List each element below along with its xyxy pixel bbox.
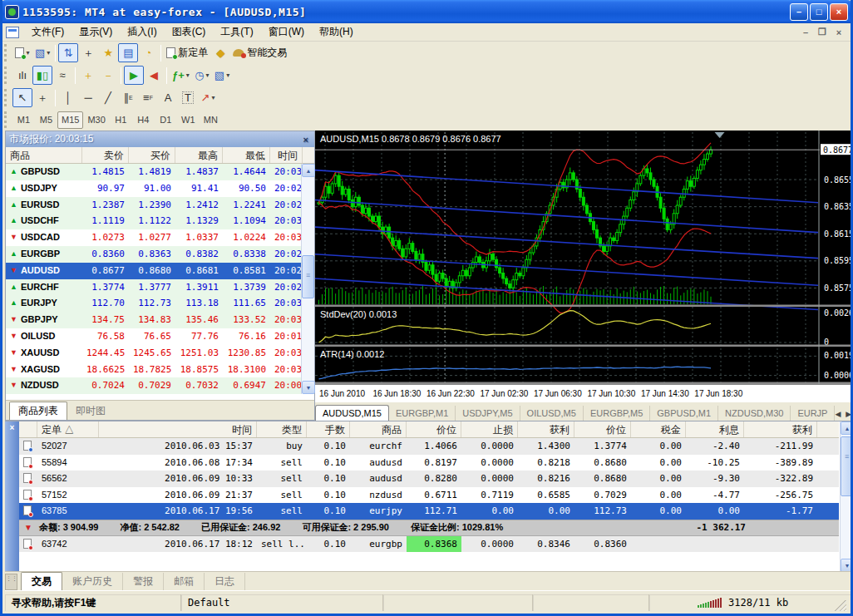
orders-column-5[interactable]: 价位 xyxy=(407,421,461,437)
resize-grip[interactable] xyxy=(835,599,846,611)
mw-column-header-3[interactable]: 最高 xyxy=(175,147,223,163)
orders-column-4[interactable]: 商品 xyxy=(350,421,407,437)
arrows-button[interactable]: ↗▾ xyxy=(198,88,218,107)
market-watch-row-USDCHF[interactable]: ▲USDCHF1.11191.11221.13291.109420:03 xyxy=(6,213,313,229)
terminal-tab-3[interactable]: 邮箱 xyxy=(164,573,205,590)
orders-column-1[interactable]: 时间 xyxy=(99,421,257,437)
menu-item-1[interactable]: 显示(V) xyxy=(71,22,120,42)
fibonacci-button[interactable]: ≡F xyxy=(138,88,158,107)
market-watch-row-OILUSD[interactable]: ▼OILUSD76.5876.6577.7676.1620:01 xyxy=(6,328,313,345)
toolbar-grip[interactable] xyxy=(4,44,10,62)
order-row-57152[interactable]: 571522010.06.09 21:37sell0.10nzdusd0.671… xyxy=(19,487,839,504)
orders-column-0[interactable]: 定单 △ xyxy=(37,421,99,437)
bar-chart-button[interactable]: ılı xyxy=(12,66,32,85)
templates-button[interactable]: ▧▾ xyxy=(212,66,232,85)
strategy-tester-button[interactable]: ◔ xyxy=(138,43,158,62)
toolbar-grip[interactable] xyxy=(4,89,10,107)
orders-column-6[interactable]: 止损 xyxy=(461,421,518,437)
channel-button[interactable]: ∥E xyxy=(118,88,138,107)
tab-next-icon[interactable]: ▶ xyxy=(846,410,851,418)
text-label-button[interactable]: T xyxy=(178,88,198,107)
market-watch-row-EURCHF[interactable]: ▲EURCHF1.37741.37771.39111.373920:02 xyxy=(6,279,313,296)
chart-tab-EURGBP-M1[interactable]: EURGBP,M1 xyxy=(389,406,456,421)
scroll-down-button[interactable]: ▼ xyxy=(841,559,853,572)
terminal-scrollbar[interactable]: ▲ ▼ xyxy=(840,421,853,572)
menu-item-5[interactable]: 窗口(W) xyxy=(261,22,312,42)
orders-column-2[interactable]: 类型 xyxy=(257,421,307,437)
zoom-out-button[interactable]: － xyxy=(98,66,118,85)
chart-tab-OILUSD-M5[interactable]: OILUSD,M5 xyxy=(520,406,584,421)
timeframe-M1[interactable]: M1 xyxy=(12,111,35,129)
mw-column-header-1[interactable]: 卖价 xyxy=(82,147,129,163)
chart-tab-EURJP[interactable]: EURJP xyxy=(791,406,835,421)
market-watch-row-XAGUSD[interactable]: ▼XAGUSD18.662518.782518.857518.310020:03 xyxy=(6,362,313,378)
mw-column-header-4[interactable]: 最低 xyxy=(223,147,270,163)
chart-shift-button[interactable]: ◀ xyxy=(144,66,164,85)
terminal-tab-0[interactable]: 交易 xyxy=(21,572,62,590)
orders-column-9[interactable]: 税金 xyxy=(631,421,686,437)
chart-tab-AUDUSD-M15[interactable]: AUDUSD,M15 xyxy=(315,405,389,421)
scroll-up-button[interactable]: ▲ xyxy=(302,164,315,177)
market-watch-row-EURUSD[interactable]: ▲EURUSD1.23871.23901.24121.224120:02 xyxy=(6,197,313,214)
chart-tab-USDJPY-M5[interactable]: USDJPY,M5 xyxy=(456,406,520,421)
orders-column-8[interactable]: 价位 xyxy=(574,421,631,437)
zoom-in-button[interactable]: ＋ xyxy=(78,66,98,85)
text-button[interactable]: A xyxy=(158,88,178,107)
market-watch-row-USDCAD[interactable]: ▼USDCAD1.02731.02771.03371.022420:03 xyxy=(6,229,313,246)
market-watch-row-NZDUSD[interactable]: ▼NZDUSD0.70240.70290.70320.694720:00 xyxy=(6,377,313,394)
market-watch-scrollbar[interactable]: ▲ ▼ xyxy=(301,164,314,394)
market-watch-row-GBPUSD[interactable]: ▲GBPUSD1.48151.48191.48371.464420:03 xyxy=(6,164,313,180)
child-restore-button[interactable]: ❐ xyxy=(814,25,831,40)
order-row-56562[interactable]: 565622010.06.09 10:33sell0.10audusd0.828… xyxy=(19,471,839,487)
maximize-button[interactable]: □ xyxy=(810,3,828,21)
expert-advisors-button[interactable]: 智能交易 xyxy=(230,43,289,62)
market-watch-row-GBPJPY[interactable]: ▼GBPJPY134.75134.83135.46133.5220:03 xyxy=(6,312,313,328)
market-watch-row-USDJPY[interactable]: ▲USDJPY90.9791.0091.4190.5020:02 xyxy=(6,180,313,197)
orders-column-7[interactable]: 获利 xyxy=(518,421,574,437)
horizontal-line-button[interactable]: ─ xyxy=(78,88,98,107)
order-row-63785[interactable]: 637852010.06.17 19:56sell0.10eurjpy112.7… xyxy=(19,503,839,520)
child-minimize-button[interactable]: – xyxy=(797,25,814,40)
status-profile[interactable]: Default xyxy=(181,594,383,611)
terminal-tab-2[interactable]: 警报 xyxy=(123,573,164,590)
market-watch-row-XAUUSD[interactable]: ▼XAUUSD1244.451245.651251.031230.8520:03 xyxy=(6,345,313,362)
market-watch-row-AUDUSD[interactable]: ▼AUDUSD0.86770.86800.86810.858120:02 xyxy=(6,263,313,279)
timeframe-H1[interactable]: H1 xyxy=(110,111,132,129)
menu-item-6[interactable]: 帮助(H) xyxy=(312,22,361,42)
auto-scroll-button[interactable]: ▶ xyxy=(124,66,144,85)
order-row-52027[interactable]: 520272010.06.03 15:37buy0.10eurchf1.4066… xyxy=(19,438,839,455)
menu-item-2[interactable]: 插入(I) xyxy=(120,22,164,42)
toolbar-grip[interactable] xyxy=(4,67,10,85)
order-row-55894[interactable]: 558942010.06.08 17:34sell0.10audusd0.819… xyxy=(19,455,839,471)
trendline-button[interactable]: ╱ xyxy=(98,88,118,107)
navigator-button[interactable]: ★ xyxy=(98,43,118,62)
orders-column-10[interactable]: 利息 xyxy=(686,421,744,437)
chart-tab-GBPUSD-M1[interactable]: GBPUSD,M1 xyxy=(650,406,718,421)
toolbar-grip[interactable] xyxy=(4,111,10,129)
chart-tab-NZDUSD-M30[interactable]: NZDUSD,M30 xyxy=(718,406,791,421)
docked-panel-grip[interactable]: ⋮⋮ xyxy=(5,574,17,590)
market-watch-close-icon[interactable]: × xyxy=(301,135,311,145)
crosshair-button[interactable]: ＋ xyxy=(32,88,52,107)
timeframe-M15[interactable]: M15 xyxy=(57,111,83,129)
market-watch-row-EURJPY[interactable]: ▲EURJPY112.70112.73113.18111.6520:03 xyxy=(6,295,313,312)
mw-column-header-2[interactable]: 买价 xyxy=(129,147,175,163)
scroll-down-button[interactable]: ▼ xyxy=(302,381,315,394)
market-watch-header[interactable]: 市场报价: 20:03:15 × xyxy=(6,131,314,147)
timeframe-H4[interactable]: H4 xyxy=(132,111,155,129)
new-order-button[interactable]: 新定单 xyxy=(164,43,210,62)
market-watch-button[interactable]: ⇅ xyxy=(58,43,78,62)
tab-prev-icon[interactable]: ◀ xyxy=(835,410,841,418)
new-chart-button[interactable]: ▾ xyxy=(12,43,32,62)
indicators-button[interactable]: ƒ+▾ xyxy=(170,66,192,85)
terminal-drag-strip[interactable]: × xyxy=(5,421,19,572)
candlestick-chart-button[interactable]: ▮▯ xyxy=(32,66,52,85)
timeframe-MN[interactable]: MN xyxy=(200,111,222,129)
profiles-button[interactable]: ▧▾ xyxy=(32,43,52,62)
timeframe-M30[interactable]: M30 xyxy=(83,111,109,129)
menu-item-3[interactable]: 图表(C) xyxy=(165,22,214,42)
line-chart-button[interactable]: ≈ xyxy=(52,66,72,85)
scroll-up-button[interactable]: ▲ xyxy=(841,421,853,435)
pending-order-row-63742[interactable]: 637422010.06.17 18:12sell l...0.10eurgbp… xyxy=(19,536,839,553)
market-watch-tab-1[interactable]: 即时图 xyxy=(67,402,114,420)
